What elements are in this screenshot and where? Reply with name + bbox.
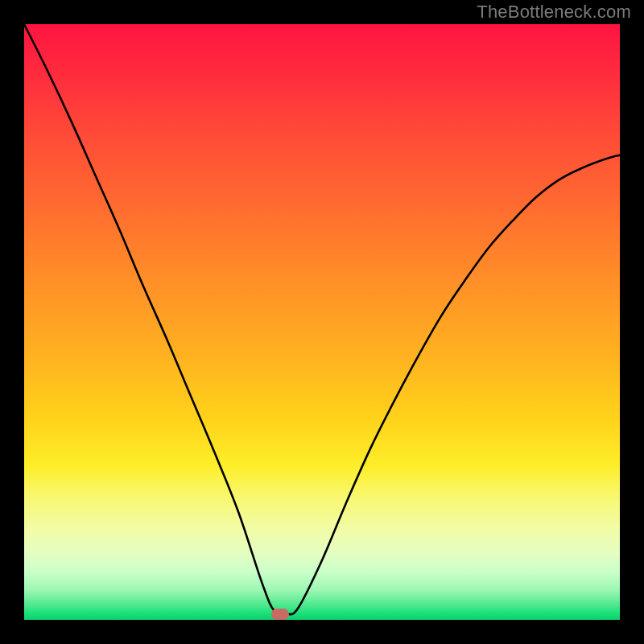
plot-area [24, 24, 620, 620]
bottleneck-curve-path [24, 24, 620, 615]
watermark-text: TheBottleneck.com [477, 2, 631, 23]
chart-frame: TheBottleneck.com [0, 0, 644, 644]
curve-svg [24, 24, 620, 620]
optimum-marker [271, 609, 289, 620]
